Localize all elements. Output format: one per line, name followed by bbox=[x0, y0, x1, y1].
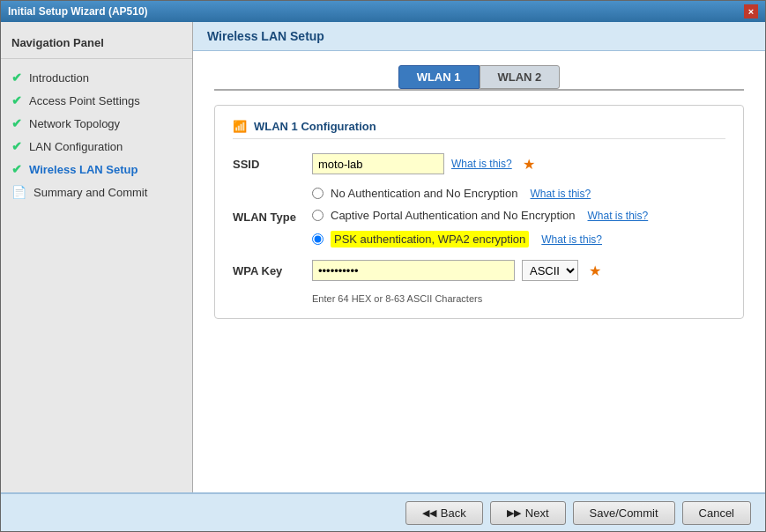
sidebar-item-label-access-point-settings: Access Point Settings bbox=[29, 94, 140, 107]
wlan-type-options: No Authentication and No Encryption What… bbox=[312, 187, 648, 248]
ssid-input[interactable] bbox=[312, 153, 444, 174]
nav-panel: Navigation Panel ✔Introduction✔Access Po… bbox=[1, 22, 193, 492]
radio-captive[interactable] bbox=[312, 210, 324, 221]
captive-what-link[interactable]: What is this? bbox=[588, 210, 649, 222]
check-icon: ✔ bbox=[11, 116, 22, 130]
check-icon: ✔ bbox=[11, 139, 22, 153]
next-label: Next bbox=[525, 506, 549, 520]
panel-body: WLAN 1 WLAN 2 📶 WLAN 1 Configuration SSI… bbox=[193, 51, 765, 492]
radio-option-captive: Captive Portal Authentication and No Enc… bbox=[312, 209, 648, 222]
wpa-key-input[interactable] bbox=[312, 260, 515, 281]
sidebar-item-label-wireless-lan-setup: Wireless LAN Setup bbox=[29, 163, 138, 176]
back-button[interactable]: ◀◀ Back bbox=[405, 501, 483, 525]
check-icon: ✔ bbox=[11, 93, 22, 107]
wpa-required-star: ★ bbox=[589, 262, 601, 279]
check-icon: ✔ bbox=[11, 162, 22, 176]
wpa-key-label: WPA Key bbox=[233, 264, 312, 277]
config-section-title: 📶 WLAN 1 Configuration bbox=[233, 120, 725, 139]
sidebar-item-label-network-topology: Network Topology bbox=[29, 117, 120, 130]
sidebar-item-label-introduction: Introduction bbox=[29, 71, 89, 85]
back-label: Back bbox=[441, 506, 466, 520]
next-button[interactable]: ▶▶ Next bbox=[490, 501, 566, 525]
radio-no-auth-label: No Authentication and No Encryption bbox=[331, 187, 517, 200]
sidebar-item-label-lan-configuration: LAN Configuration bbox=[29, 140, 123, 153]
config-title-text: WLAN 1 Configuration bbox=[254, 120, 376, 133]
sidebar-item-access-point-settings[interactable]: ✔Access Point Settings bbox=[1, 89, 192, 112]
ssid-what-is-this-link[interactable]: What is this? bbox=[451, 158, 512, 170]
no-auth-what-link[interactable]: What is this? bbox=[530, 188, 591, 200]
wpa-key-row: WPA Key ASCII HEX ★ bbox=[233, 260, 725, 281]
panel-header: Wireless LAN Setup bbox=[193, 22, 765, 51]
radio-option-no-auth: No Authentication and No Encryption What… bbox=[312, 187, 648, 200]
cancel-button[interactable]: Cancel bbox=[682, 501, 751, 525]
footer: ◀◀ Back ▶▶ Next Save/Commit Cancel bbox=[1, 492, 765, 531]
save-commit-label: Save/Commit bbox=[590, 506, 658, 520]
radio-psk[interactable] bbox=[312, 233, 324, 245]
ssid-input-group: What is this? ★ bbox=[312, 153, 535, 174]
ssid-row: SSID What is this? ★ bbox=[233, 153, 725, 174]
save-commit-button[interactable]: Save/Commit bbox=[573, 501, 675, 525]
close-button[interactable]: × bbox=[744, 4, 758, 18]
sidebar-item-introduction[interactable]: ✔Introduction bbox=[1, 66, 192, 89]
wpa-hint: Enter 64 HEX or 8-63 ASCII Characters bbox=[312, 293, 725, 304]
wpa-key-input-group: ASCII HEX ★ bbox=[312, 260, 601, 281]
sidebar-item-summary-and-commit[interactable]: 📄Summary and Commit bbox=[1, 181, 192, 203]
radio-captive-label: Captive Portal Authentication and No Enc… bbox=[331, 209, 576, 222]
nav-panel-title: Navigation Panel bbox=[1, 31, 192, 59]
config-section: 📶 WLAN 1 Configuration SSID What is this… bbox=[214, 105, 744, 319]
wlan-type-group: WLAN Type No Authentication and No Encry… bbox=[233, 187, 725, 248]
sidebar-item-label-summary-and-commit: Summary and Commit bbox=[33, 186, 147, 199]
main-window: Initial Setup Wizard (AP510) × Navigatio… bbox=[0, 0, 766, 532]
main-content: Navigation Panel ✔Introduction✔Access Po… bbox=[1, 22, 765, 492]
check-icon: ✔ bbox=[11, 70, 22, 85]
wlan-type-label-row: WLAN Type No Authentication and No Encry… bbox=[233, 187, 725, 248]
radio-psk-label: PSK authentication, WPA2 encryption bbox=[331, 231, 529, 248]
wlan-icon: 📶 bbox=[233, 120, 247, 133]
radio-no-auth[interactable] bbox=[312, 188, 324, 199]
back-icon: ◀◀ bbox=[422, 507, 436, 519]
wlan-type-label: WLAN Type bbox=[233, 211, 312, 224]
next-icon: ▶▶ bbox=[507, 507, 521, 519]
tab-wlan1[interactable]: WLAN 1 bbox=[398, 65, 480, 89]
ssid-label: SSID bbox=[233, 158, 312, 171]
sidebar-item-wireless-lan-setup[interactable]: ✔Wireless LAN Setup bbox=[1, 158, 192, 181]
page-icon: 📄 bbox=[11, 185, 26, 199]
sidebar-item-network-topology[interactable]: ✔Network Topology bbox=[1, 112, 192, 135]
title-bar: Initial Setup Wizard (AP510) × bbox=[1, 1, 765, 22]
right-panel: Wireless LAN Setup WLAN 1 WLAN 2 📶 WLAN … bbox=[193, 22, 765, 492]
cancel-label: Cancel bbox=[699, 506, 734, 520]
tab-wlan2[interactable]: WLAN 2 bbox=[480, 65, 561, 89]
psk-what-link[interactable]: What is this? bbox=[541, 233, 602, 246]
ssid-required-star: ★ bbox=[523, 156, 535, 173]
radio-option-psk: PSK authentication, WPA2 encryption What… bbox=[312, 231, 648, 248]
sidebar-item-lan-configuration[interactable]: ✔LAN Configuration bbox=[1, 135, 192, 158]
window-title: Initial Setup Wizard (AP510) bbox=[8, 5, 148, 18]
wlan-tabs: WLAN 1 WLAN 2 bbox=[214, 65, 744, 91]
wpa-encoding-select[interactable]: ASCII HEX bbox=[522, 260, 578, 281]
